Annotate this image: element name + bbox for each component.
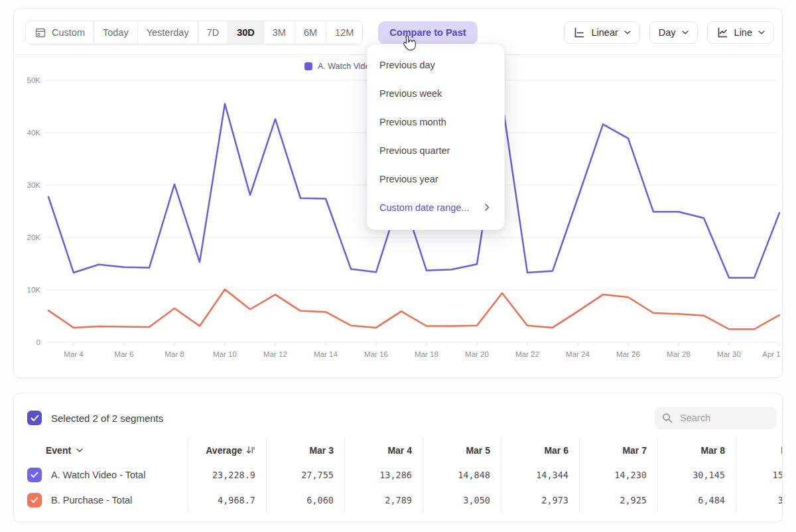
date-header-label: Mar 8 [700, 445, 725, 456]
value-cell: 14,344 [501, 462, 579, 488]
date-header-label: Mar 4 [387, 445, 412, 456]
average-header-cell[interactable]: Average [188, 438, 266, 462]
menu-item-previous-year[interactable]: Previous year [367, 165, 504, 193]
preset-label: 6M [304, 27, 317, 38]
average-cell: 23,228.9 [188, 462, 266, 488]
chart-type-select-button[interactable]: Line [707, 21, 774, 44]
date-header-cell: Mar 8 [657, 438, 736, 462]
value-cell: 14,848 [423, 462, 501, 488]
date-header-cell: M [736, 438, 783, 462]
preset-yesterday[interactable]: Yesterday [138, 21, 198, 44]
date-header-label: Mar 7 [622, 445, 647, 456]
value-cell: 2,925 [579, 488, 657, 513]
cell-value: 2,973 [541, 495, 568, 505]
svg-text:20K: 20K [27, 233, 41, 241]
chevron-right-icon [485, 204, 490, 211]
chart-type-select-label: Line [734, 27, 752, 38]
svg-text:30K: 30K [27, 181, 41, 189]
compare-to-past-menu: Previous dayPrevious weekPrevious monthP… [367, 44, 505, 230]
date-header-cell: Mar 5 [423, 438, 501, 462]
scale-select-button[interactable]: Linear [564, 21, 639, 44]
preset-30d[interactable]: 30D [228, 21, 264, 44]
svg-text:10K: 10K [27, 286, 41, 294]
value-cell: 2,789 [344, 488, 423, 513]
menu-item-previous-week[interactable]: Previous week [367, 79, 504, 107]
cell-value: 27,755 [301, 470, 334, 480]
search-box [655, 407, 777, 429]
preset-label: Today [103, 27, 129, 38]
cell-value: 14,344 [536, 470, 568, 480]
selected-segments-label: Selected 2 of 2 segments [51, 413, 163, 424]
date-header-cell: Mar 7 [579, 438, 657, 462]
cell-value: 3,050 [463, 495, 490, 505]
custom-date-range-label: Custom date range... [379, 202, 469, 213]
event-cell: B. Purchase - Total [14, 493, 188, 507]
segment-label: A. Watch Video - Total [51, 470, 145, 480]
preset-6m[interactable]: 6M [295, 21, 326, 44]
svg-text:Mar 24: Mar 24 [566, 350, 590, 358]
select-all-checkbox[interactable] [27, 411, 42, 425]
cell-value: 6,484 [698, 495, 725, 505]
event-header-cell[interactable]: Event [14, 445, 188, 456]
chevron-down-icon [624, 31, 631, 34]
granularity-select-button[interactable]: Day [649, 21, 698, 44]
sort-descending-icon [246, 446, 255, 454]
average-value: 23,228.9 [212, 470, 255, 480]
svg-text:Mar 6: Mar 6 [114, 350, 133, 358]
svg-text:0: 0 [36, 338, 40, 346]
table-header-row: Event Average Mar 3Mar 4Mar 5Mar 6Mar 7M… [14, 438, 782, 462]
chevron-down-icon [682, 31, 689, 34]
cell-value: 15, [773, 470, 783, 480]
preset-label: 30D [237, 27, 255, 38]
svg-text:Mar 26: Mar 26 [616, 350, 640, 358]
cell-value: 14,848 [458, 470, 490, 480]
cell-value: 3, [778, 495, 783, 505]
preset-today[interactable]: Today [94, 21, 138, 44]
preset-label: 12M [335, 27, 354, 38]
svg-text:Mar 14: Mar 14 [314, 350, 338, 358]
segments-header-row: Selected 2 of 2 segments [14, 393, 782, 429]
date-header-cell: Mar 3 [266, 438, 344, 462]
average-header-label: Average [206, 445, 242, 456]
search-input[interactable] [679, 412, 769, 424]
menu-item-previous-month[interactable]: Previous month [367, 107, 504, 136]
segment-label: B. Purchase - Total [51, 495, 132, 505]
cell-value: 2,789 [385, 495, 412, 505]
legend-swatch [304, 62, 312, 70]
preset-3m[interactable]: 3M [264, 21, 295, 44]
menu-item-previous-day[interactable]: Previous day [367, 50, 504, 79]
table-row: A. Watch Video - Total23,228.927,75513,2… [14, 462, 782, 488]
compare-to-past-button[interactable]: Compare to Past [378, 21, 477, 44]
event-cell: A. Watch Video - Total [14, 468, 188, 482]
menu-item-previous-quarter[interactable]: Previous quarter [367, 136, 504, 165]
preset-custom[interactable]: Custom [26, 21, 94, 44]
date-header-label: Mar 5 [466, 445, 490, 456]
preset-7d[interactable]: 7D [198, 21, 229, 44]
linear-scale-icon [573, 27, 585, 38]
svg-text:40K: 40K [27, 129, 41, 137]
date-header-label: Mar 3 [309, 445, 334, 456]
svg-text:Mar 18: Mar 18 [415, 350, 438, 358]
search-icon [662, 413, 673, 423]
segment-checkbox[interactable] [27, 493, 42, 507]
value-cell: 3,050 [423, 488, 501, 513]
granularity-select-label: Day [659, 27, 676, 38]
cell-value: 13,286 [379, 470, 412, 480]
value-cell: 6,060 [266, 488, 344, 513]
average-value: 4,968.7 [218, 495, 255, 505]
svg-text:Mar 4: Mar 4 [64, 350, 84, 358]
svg-text:Mar 16: Mar 16 [364, 350, 388, 358]
cell-value: 30,145 [693, 470, 725, 480]
svg-text:Mar 28: Mar 28 [667, 350, 691, 358]
date-header-cell: Mar 4 [344, 438, 423, 462]
menu-item-custom-date-range[interactable]: Custom date range... [367, 193, 504, 222]
preset-12m[interactable]: 12M [326, 21, 362, 44]
average-cell: 4,968.7 [188, 488, 266, 513]
chevron-down-icon [76, 448, 83, 452]
line-chart-icon [716, 27, 728, 38]
date-header-label: M [781, 445, 783, 456]
svg-text:Mar 22: Mar 22 [515, 350, 539, 358]
segment-checkbox[interactable] [27, 468, 42, 482]
preset-label: Yesterday [147, 27, 189, 38]
svg-text:Mar 20: Mar 20 [465, 350, 489, 358]
